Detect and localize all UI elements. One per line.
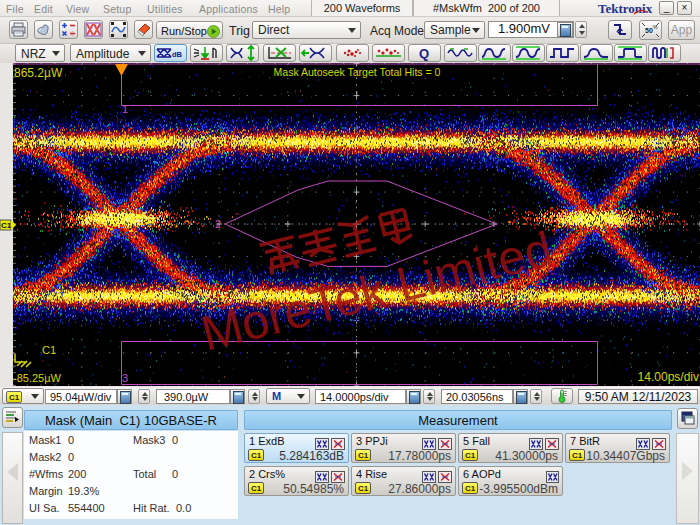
svg-text:Q: Q: [419, 46, 429, 61]
svg-text:C1: C1: [1, 221, 12, 230]
svg-text:2: 2: [215, 218, 221, 230]
svg-text:865.2µW: 865.2µW: [14, 66, 63, 80]
svg-text:50: 50: [645, 27, 653, 34]
svg-text:1: 1: [122, 103, 128, 115]
svg-text:Mask Autoseek Target Total Hit: Mask Autoseek Target Total Hits = 0: [274, 66, 441, 78]
svg-text:-85.25µW: -85.25µW: [13, 372, 62, 384]
svg-text:dB: dB: [172, 50, 183, 59]
svg-text:14.00ps/div: 14.00ps/div: [638, 370, 699, 384]
svg-text:C1: C1: [42, 344, 56, 356]
svg-text:3: 3: [122, 372, 128, 384]
